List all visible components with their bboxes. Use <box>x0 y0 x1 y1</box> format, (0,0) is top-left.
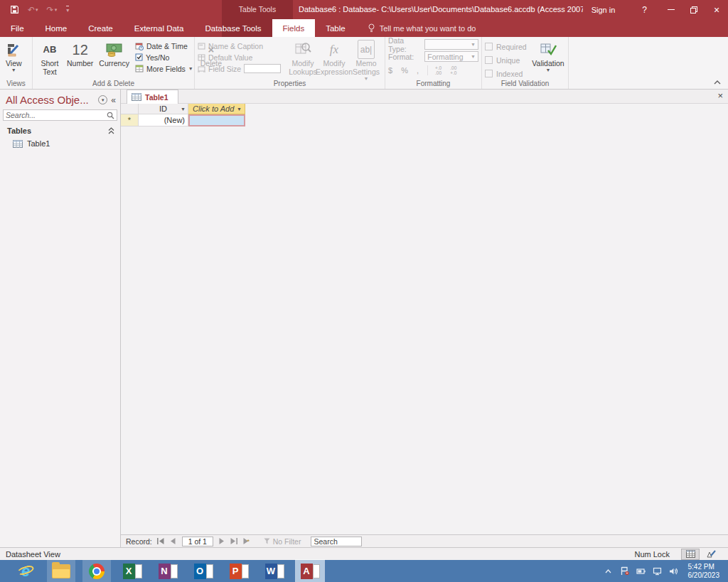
more-fields-button[interactable]: More Fields ▼ <box>135 64 193 73</box>
save-icon[interactable] <box>10 5 19 14</box>
yes-no-button[interactable]: Yes/No <box>135 53 193 62</box>
tab-file[interactable]: File <box>0 19 35 37</box>
tab-create[interactable]: Create <box>77 19 124 37</box>
last-record-icon[interactable] <box>230 537 239 546</box>
modify-expression-button: fx Modify Expression <box>318 38 350 77</box>
sign-in-link[interactable]: Sign in <box>577 6 630 14</box>
first-record-icon[interactable] <box>156 537 166 546</box>
row-selector-header[interactable] <box>121 104 139 114</box>
tab-external-data[interactable]: External Data <box>124 19 195 37</box>
properties-group-label: Properties <box>195 80 385 89</box>
indexed-label: Indexed <box>496 70 523 78</box>
record-label: Record: <box>126 537 152 546</box>
field-size-row: Field Size <box>198 64 288 73</box>
system-tray: 5:42 PM 6/20/2023 <box>604 563 723 580</box>
redo-icon[interactable]: ↷▾ <box>47 5 58 15</box>
tab-table[interactable]: Table <box>315 19 356 37</box>
battery-icon[interactable] <box>636 566 646 576</box>
new-record-icon[interactable]: * <box>242 537 251 546</box>
fx-icon: fx <box>330 40 338 59</box>
undo-icon[interactable]: ↶▾ <box>28 5 38 15</box>
field-size-input[interactable] <box>244 64 281 73</box>
minimize-button[interactable] <box>660 0 682 19</box>
hidden-icons-chevron-icon[interactable] <box>604 566 614 576</box>
nav-item-table1[interactable]: Table1 <box>0 137 120 150</box>
tab-database-tools[interactable]: Database Tools <box>194 19 272 37</box>
customize-quick-access-icon[interactable]: ▾ <box>65 6 69 14</box>
document-tab-table1[interactable]: Table1 <box>127 90 178 104</box>
document-tab-bar: Table1 × <box>121 90 728 104</box>
contextual-tab-title: Table Tools <box>222 0 293 19</box>
powerpoint-icon[interactable]: P <box>225 560 253 582</box>
column-header-click-to-add[interactable]: Click to Add ▼ <box>188 104 245 114</box>
record-position-box[interactable]: 1 of 1 <box>182 537 213 546</box>
close-document-icon[interactable]: × <box>717 91 723 100</box>
next-record-icon[interactable] <box>218 537 227 546</box>
shutter-bar-close-icon[interactable]: « <box>111 95 116 105</box>
num-lock-indicator: Num Lock <box>634 550 670 559</box>
title-bar: ↶▾ ↷▾ ▾ Table Tools Database6 : Database… <box>0 0 728 19</box>
taskbar-apps: e X N O P W A <box>11 560 324 582</box>
internet-explorer-icon[interactable]: e <box>11 560 40 582</box>
record-search-input[interactable] <box>311 537 362 546</box>
clock-time: 5:42 PM <box>688 563 720 571</box>
short-text-button[interactable]: AB Short Text <box>36 38 64 77</box>
nav-search-box[interactable] <box>3 109 117 121</box>
close-button[interactable]: × <box>705 0 728 19</box>
currency-button[interactable]: Currency <box>96 38 132 69</box>
network-icon[interactable] <box>653 566 663 576</box>
click-to-add-caret-icon[interactable]: ▼ <box>237 107 242 112</box>
nav-pane-title: All Access Obje... <box>6 94 98 106</box>
tell-me-box[interactable]: Tell me what you want to do <box>368 19 476 37</box>
ribbon-group-formatting: Data Type: ▼ Format: Formatting▼ $ % , +… <box>385 37 482 89</box>
collapse-ribbon-icon[interactable] <box>714 75 721 87</box>
chrome-icon[interactable] <box>82 560 111 582</box>
ribbon: View ▼ Views AB Short Text 12 Number Cur… <box>0 37 728 90</box>
nav-pane-menu-icon[interactable]: ▼ <box>98 95 107 104</box>
outlook-icon[interactable]: O <box>189 560 218 582</box>
id-cell-new[interactable]: (New) <box>139 114 188 126</box>
ribbon-group-add-delete: AB Short Text 12 Number Currency Date & … <box>33 37 195 89</box>
nav-search-input[interactable] <box>6 111 107 119</box>
restore-button[interactable] <box>682 0 705 19</box>
column-header-id[interactable]: ID ▼ <box>139 104 188 114</box>
titlebar-right: Sign in ? × <box>577 0 728 19</box>
selected-cell[interactable] <box>188 114 245 126</box>
view-button[interactable]: View ▼ <box>3 38 25 75</box>
onenote-icon[interactable]: N <box>154 560 182 582</box>
name-caption-label: Name & Caption <box>208 42 263 50</box>
memo-settings-icon: ab| <box>358 40 375 59</box>
calendar-clock-icon <box>135 42 144 50</box>
tab-home[interactable]: Home <box>35 19 78 37</box>
tab-fields[interactable]: Fields <box>272 19 316 37</box>
table-icon <box>132 93 141 101</box>
word-icon[interactable]: W <box>260 560 289 582</box>
date-time-label: Date & Time <box>146 42 188 50</box>
new-row-selector[interactable]: * <box>121 114 139 126</box>
design-view-button[interactable] <box>702 549 720 560</box>
previous-record-icon[interactable] <box>168 537 178 546</box>
format-combo: Formatting▼ <box>424 51 478 62</box>
filter-icon <box>264 538 270 544</box>
collapse-group-icon[interactable] <box>108 127 114 134</box>
action-center-flag-icon[interactable] <box>620 566 630 576</box>
datasheet-view-button[interactable] <box>681 549 700 560</box>
number-button[interactable]: 12 Number <box>64 38 96 69</box>
memo-settings-label: Memo Settings <box>353 59 380 76</box>
no-filter-button: No Filter <box>264 537 301 546</box>
validation-icon <box>540 40 557 59</box>
id-sort-caret-icon[interactable]: ▼ <box>181 107 186 112</box>
volume-icon[interactable] <box>669 566 679 576</box>
excel-icon[interactable]: X <box>118 560 146 582</box>
help-icon[interactable]: ? <box>629 5 660 15</box>
validation-button[interactable]: Validation ▼ <box>531 38 565 75</box>
default-value-button: Default Value <box>198 53 288 62</box>
nav-group-tables[interactable]: Tables <box>0 122 120 137</box>
access-icon[interactable]: A <box>296 560 324 582</box>
datasheet: ID ▼ Click to Add ▼ * (New) <box>121 104 728 534</box>
taskbar-clock[interactable]: 5:42 PM 6/20/2023 <box>688 563 720 580</box>
table-icon <box>13 140 23 148</box>
add-delete-group-label: Add & Delete <box>33 80 194 89</box>
date-time-button[interactable]: Date & Time <box>135 41 193 50</box>
file-explorer-icon[interactable] <box>47 560 75 582</box>
